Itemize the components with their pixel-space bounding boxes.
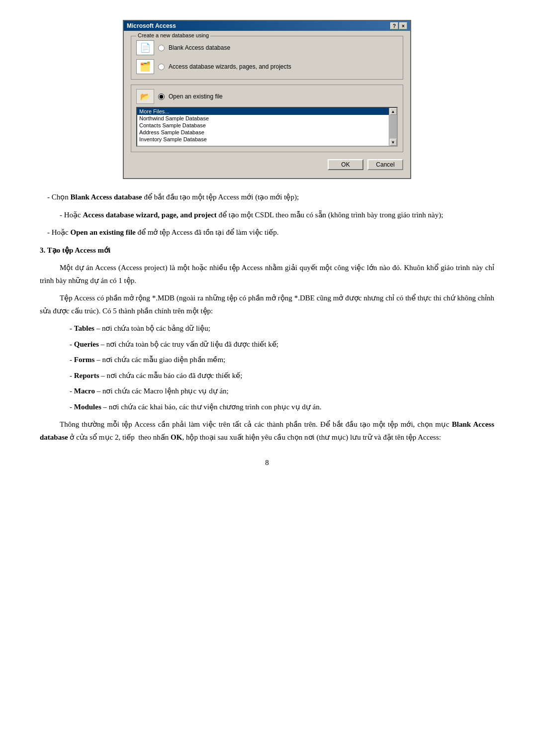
file-item-contacts[interactable]: Contacts Sample Database xyxy=(137,122,389,129)
bullet-reports: - Reports – nơi chứa các mẫu báo cáo đã … xyxy=(40,370,494,382)
scroll-down-arrow[interactable]: ▼ xyxy=(390,139,397,146)
file-item-address[interactable]: Address Sample Database xyxy=(137,129,389,136)
wizard-label: Access database wizards, pages, and proj… xyxy=(169,63,291,70)
blank-access-radio[interactable] xyxy=(158,45,165,51)
create-group-box: Create a new database using 📄 Blank Acce… xyxy=(131,36,403,80)
wizard-row: 🗂️ Access database wizards, pages, and p… xyxy=(136,59,398,74)
queries-bold: Queries xyxy=(74,340,99,348)
bullet-modules: - Modules – nơi chứa các khai báo, các t… xyxy=(40,401,494,414)
bullet-forms: - Forms – nơi chứa các mẫu giao diện phầ… xyxy=(40,354,494,367)
forms-bold: Forms xyxy=(74,356,95,364)
bullet-queries: - Queries – nơi chứa toàn bộ các truy vấ… xyxy=(40,338,494,351)
blank-access-bold: Blank Access database xyxy=(71,193,142,201)
open-row: 📂 Open an existing file xyxy=(136,89,398,104)
close-button[interactable]: × xyxy=(399,22,407,29)
open-existing-bold: Open an existing file xyxy=(71,228,136,236)
wizard-icon: 🗂️ xyxy=(136,59,154,74)
file-list-items: More Files... Northwind Sample Database … xyxy=(137,108,389,146)
blank-access-bold-2: Blank Access database xyxy=(40,420,494,441)
para-blank-access: - Chọn Blank Access database để bắt đầu … xyxy=(40,191,494,204)
blank-db-icon: 📄 xyxy=(136,40,154,55)
scroll-track xyxy=(390,115,397,139)
group-box-label: Create a new database using xyxy=(136,32,210,38)
ok-button[interactable]: OK xyxy=(328,159,363,170)
body-para-1: Một dự án Access (Access project) là một… xyxy=(40,262,494,287)
main-content: - Chọn Blank Access database để bắt đầu … xyxy=(40,191,494,444)
dialog-titlebar: Microsoft Access ? × xyxy=(124,21,410,31)
open-file-icon: 📂 xyxy=(136,89,154,104)
titlebar-buttons: ? × xyxy=(390,22,407,29)
para-wizard: - Hoặc Access database wizard, page, and… xyxy=(40,209,494,222)
dialog-container: Microsoft Access ? × Create a new databa… xyxy=(40,20,494,179)
para-open-existing: - Hoặc Open an existing file để mở tệp A… xyxy=(40,226,494,239)
reports-bold: Reports xyxy=(74,372,99,379)
file-list-box[interactable]: More Files... Northwind Sample Database … xyxy=(136,107,398,147)
file-item-more[interactable]: More Files... xyxy=(137,108,389,115)
microsoft-access-dialog: Microsoft Access ? × Create a new databa… xyxy=(123,20,411,179)
page-number: 8 xyxy=(40,459,494,467)
help-button[interactable]: ? xyxy=(390,22,398,29)
scroll-up-arrow[interactable]: ▲ xyxy=(390,108,397,115)
modules-bold: Modules xyxy=(74,403,101,411)
dialog-buttons: OK Cancel xyxy=(131,157,403,171)
blank-access-row: 📄 Blank Access database xyxy=(136,40,398,55)
body-para-2: Tệp Access có phần mở rộng *.MDB (ngoài … xyxy=(40,292,494,317)
bullet-tables: - Tables – nơi chứa toàn bộ các bảng dữ … xyxy=(40,322,494,335)
dialog-body: Create a new database using 📄 Blank Acce… xyxy=(124,31,410,178)
macro-bold: Macro xyxy=(74,387,95,395)
wizard-bold: Access database wizard, page, and projec… xyxy=(83,211,217,219)
blank-access-label: Blank Access database xyxy=(169,44,230,51)
file-list-scrollbar: ▲ ▼ xyxy=(389,108,397,146)
tables-bold: Tables xyxy=(74,324,94,332)
bullet-macro: - Macro – nơi chứa các Macro lệnh phục v… xyxy=(40,385,494,398)
wizard-radio[interactable] xyxy=(158,64,165,70)
file-list-inner: More Files... Northwind Sample Database … xyxy=(137,108,397,146)
file-item-northwind[interactable]: Northwind Sample Database xyxy=(137,115,389,122)
section-title-3: 3. Tạo tệp Access mới xyxy=(40,244,494,257)
dialog-title: Microsoft Access xyxy=(127,22,176,29)
open-file-radio[interactable] xyxy=(158,94,165,100)
open-section: 📂 Open an existing file More Files... No… xyxy=(131,85,403,152)
body-para-3: Thông thường mỗi tệp Access cần phải làm… xyxy=(40,418,494,444)
open-file-label: Open an existing file xyxy=(169,93,223,100)
cancel-button[interactable]: Cancel xyxy=(367,159,403,170)
file-item-inventory[interactable]: Inventory Sample Database xyxy=(137,136,389,143)
ok-bold: OK xyxy=(171,433,182,441)
